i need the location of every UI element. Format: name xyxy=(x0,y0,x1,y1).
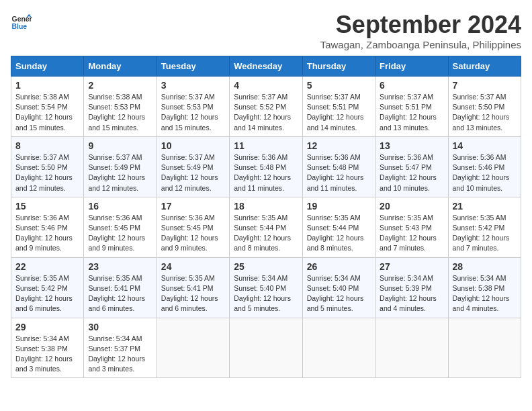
cell-info: Sunrise: 5:37 AMSunset: 5:50 PMDaylight:… xyxy=(453,93,510,132)
calendar-cell: 16 Sunrise: 5:36 AMSunset: 5:45 PMDaylig… xyxy=(84,197,157,257)
calendar-cell: 23 Sunrise: 5:35 AMSunset: 5:41 PMDaylig… xyxy=(84,257,157,318)
calendar-cell: 28 Sunrise: 5:34 AMSunset: 5:38 PMDaylig… xyxy=(448,257,521,318)
weekday-header: Thursday xyxy=(302,56,375,77)
calendar-cell: 29 Sunrise: 5:34 AMSunset: 5:38 PMDaylig… xyxy=(11,318,84,378)
title-block: September 2024 Tawagan, Zamboanga Penins… xyxy=(320,11,521,50)
subtitle: Tawagan, Zamboanga Peninsula, Philippine… xyxy=(320,39,521,50)
calendar-cell: 12 Sunrise: 5:36 AMSunset: 5:48 PMDaylig… xyxy=(302,136,375,197)
day-number: 3 xyxy=(161,80,225,91)
day-number: 6 xyxy=(380,80,443,91)
calendar-cell: 14 Sunrise: 5:36 AMSunset: 5:46 PMDaylig… xyxy=(448,136,521,197)
day-number: 18 xyxy=(234,201,298,212)
calendar-cell: 6 Sunrise: 5:37 AMSunset: 5:51 PMDayligh… xyxy=(375,77,448,137)
day-number: 16 xyxy=(88,201,152,212)
cell-info: Sunrise: 5:36 AMSunset: 5:48 PMDaylight:… xyxy=(307,153,364,192)
day-number: 14 xyxy=(453,140,517,151)
calendar-cell xyxy=(448,318,521,378)
calendar-cell xyxy=(302,318,375,378)
cell-info: Sunrise: 5:34 AMSunset: 5:38 PMDaylight:… xyxy=(15,334,73,373)
day-number: 28 xyxy=(453,261,517,272)
calendar-cell: 9 Sunrise: 5:37 AMSunset: 5:49 PMDayligh… xyxy=(84,136,157,197)
day-number: 13 xyxy=(380,140,443,151)
day-number: 10 xyxy=(161,140,225,151)
logo-icon: General Blue xyxy=(11,11,32,32)
cell-info: Sunrise: 5:35 AMSunset: 5:41 PMDaylight:… xyxy=(161,274,218,313)
cell-info: Sunrise: 5:37 AMSunset: 5:49 PMDaylight:… xyxy=(161,153,218,192)
calendar-cell: 27 Sunrise: 5:34 AMSunset: 5:39 PMDaylig… xyxy=(375,257,448,318)
day-number: 5 xyxy=(307,80,371,91)
cell-info: Sunrise: 5:37 AMSunset: 5:51 PMDaylight:… xyxy=(307,93,364,132)
cell-info: Sunrise: 5:36 AMSunset: 5:45 PMDaylight:… xyxy=(88,214,145,253)
calendar-cell: 7 Sunrise: 5:37 AMSunset: 5:50 PMDayligh… xyxy=(448,77,521,137)
day-number: 21 xyxy=(453,201,517,212)
calendar-cell: 10 Sunrise: 5:37 AMSunset: 5:49 PMDaylig… xyxy=(157,136,229,197)
calendar-cell: 8 Sunrise: 5:37 AMSunset: 5:50 PMDayligh… xyxy=(11,136,84,197)
day-number: 1 xyxy=(15,80,79,91)
cell-info: Sunrise: 5:37 AMSunset: 5:52 PMDaylight:… xyxy=(234,93,291,132)
cell-info: Sunrise: 5:37 AMSunset: 5:53 PMDaylight:… xyxy=(161,93,218,132)
calendar-cell: 20 Sunrise: 5:35 AMSunset: 5:43 PMDaylig… xyxy=(375,197,448,257)
calendar-header: SundayMondayTuesdayWednesdayThursdayFrid… xyxy=(11,56,521,77)
cell-info: Sunrise: 5:36 AMSunset: 5:47 PMDaylight:… xyxy=(380,153,437,192)
weekday-header: Sunday xyxy=(11,56,84,77)
svg-text:General: General xyxy=(12,15,32,23)
cell-info: Sunrise: 5:37 AMSunset: 5:49 PMDaylight:… xyxy=(88,153,145,192)
day-number: 15 xyxy=(15,201,79,212)
day-number: 7 xyxy=(453,80,517,91)
day-number: 23 xyxy=(88,261,152,272)
month-title: September 2024 xyxy=(320,11,521,39)
calendar-cell xyxy=(230,318,302,378)
calendar-cell: 2 Sunrise: 5:38 AMSunset: 5:53 PMDayligh… xyxy=(84,77,157,137)
calendar-cell: 24 Sunrise: 5:35 AMSunset: 5:41 PMDaylig… xyxy=(157,257,229,318)
cell-info: Sunrise: 5:36 AMSunset: 5:48 PMDaylight:… xyxy=(234,153,291,192)
day-number: 27 xyxy=(380,261,443,272)
day-number: 25 xyxy=(234,261,298,272)
day-number: 29 xyxy=(15,322,79,332)
cell-info: Sunrise: 5:34 AMSunset: 5:37 PMDaylight:… xyxy=(88,334,145,373)
day-number: 26 xyxy=(307,261,371,272)
cell-info: Sunrise: 5:34 AMSunset: 5:38 PMDaylight:… xyxy=(453,274,510,313)
day-number: 2 xyxy=(88,80,152,91)
day-number: 24 xyxy=(161,261,225,272)
calendar-week-row: 29 Sunrise: 5:34 AMSunset: 5:38 PMDaylig… xyxy=(11,318,521,378)
calendar-week-row: 8 Sunrise: 5:37 AMSunset: 5:50 PMDayligh… xyxy=(11,136,521,197)
weekday-header: Friday xyxy=(375,56,448,77)
calendar-cell: 5 Sunrise: 5:37 AMSunset: 5:51 PMDayligh… xyxy=(302,77,375,137)
cell-info: Sunrise: 5:34 AMSunset: 5:40 PMDaylight:… xyxy=(234,274,291,313)
cell-info: Sunrise: 5:35 AMSunset: 5:42 PMDaylight:… xyxy=(453,214,510,253)
calendar-cell: 3 Sunrise: 5:37 AMSunset: 5:53 PMDayligh… xyxy=(157,77,229,137)
cell-info: Sunrise: 5:36 AMSunset: 5:45 PMDaylight:… xyxy=(161,214,218,253)
calendar-cell: 11 Sunrise: 5:36 AMSunset: 5:48 PMDaylig… xyxy=(230,136,302,197)
calendar-week-row: 22 Sunrise: 5:35 AMSunset: 5:42 PMDaylig… xyxy=(11,257,521,318)
cell-info: Sunrise: 5:38 AMSunset: 5:53 PMDaylight:… xyxy=(88,93,145,132)
cell-info: Sunrise: 5:35 AMSunset: 5:41 PMDaylight:… xyxy=(88,274,145,313)
day-number: 19 xyxy=(307,201,371,212)
calendar-cell: 4 Sunrise: 5:37 AMSunset: 5:52 PMDayligh… xyxy=(230,77,302,137)
calendar-cell xyxy=(157,318,229,378)
calendar-cell: 22 Sunrise: 5:35 AMSunset: 5:42 PMDaylig… xyxy=(11,257,84,318)
calendar-body: 1 Sunrise: 5:38 AMSunset: 5:54 PMDayligh… xyxy=(11,77,521,378)
day-number: 11 xyxy=(234,140,298,151)
cell-info: Sunrise: 5:35 AMSunset: 5:42 PMDaylight:… xyxy=(15,274,73,313)
weekday-header: Monday xyxy=(84,56,157,77)
svg-text:Blue: Blue xyxy=(12,23,28,30)
weekday-header: Saturday xyxy=(448,56,521,77)
calendar-cell: 25 Sunrise: 5:34 AMSunset: 5:40 PMDaylig… xyxy=(230,257,302,318)
calendar-week-row: 15 Sunrise: 5:36 AMSunset: 5:46 PMDaylig… xyxy=(11,197,521,257)
day-number: 9 xyxy=(88,140,152,151)
calendar-cell: 21 Sunrise: 5:35 AMSunset: 5:42 PMDaylig… xyxy=(448,197,521,257)
page-header: General Blue September 2024 Tawagan, Zam… xyxy=(11,11,521,50)
calendar-cell: 26 Sunrise: 5:34 AMSunset: 5:40 PMDaylig… xyxy=(302,257,375,318)
cell-info: Sunrise: 5:34 AMSunset: 5:40 PMDaylight:… xyxy=(307,274,364,313)
weekday-header: Wednesday xyxy=(230,56,302,77)
cell-info: Sunrise: 5:35 AMSunset: 5:43 PMDaylight:… xyxy=(380,214,437,253)
weekday-header: Tuesday xyxy=(157,56,229,77)
cell-info: Sunrise: 5:37 AMSunset: 5:51 PMDaylight:… xyxy=(380,93,437,132)
calendar-cell xyxy=(375,318,448,378)
day-number: 22 xyxy=(15,261,79,272)
cell-info: Sunrise: 5:37 AMSunset: 5:50 PMDaylight:… xyxy=(15,153,73,192)
cell-info: Sunrise: 5:34 AMSunset: 5:39 PMDaylight:… xyxy=(380,274,437,313)
cell-info: Sunrise: 5:36 AMSunset: 5:46 PMDaylight:… xyxy=(453,153,510,192)
calendar-cell: 17 Sunrise: 5:36 AMSunset: 5:45 PMDaylig… xyxy=(157,197,229,257)
day-number: 30 xyxy=(88,322,152,332)
